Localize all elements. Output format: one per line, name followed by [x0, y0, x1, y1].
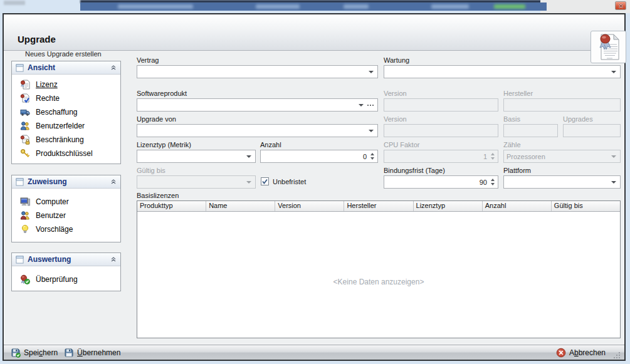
nav-label: Produktschlüssel — [36, 149, 93, 158]
column-header-lizenztyp[interactable]: Lizenztyp — [414, 201, 483, 211]
checkbox-check-icon — [261, 178, 268, 185]
lizenztyp-combobox[interactable] — [137, 150, 256, 163]
column-header-hersteller[interactable]: Hersteller — [344, 201, 413, 211]
softwareprodukt-combobox[interactable] — [137, 98, 378, 112]
collapse-chevron-icon[interactable] — [110, 65, 117, 71]
wartung-label: Wartung — [384, 56, 409, 64]
anzahl-label: Anzahl — [260, 141, 281, 148]
chevron-down-icon — [369, 130, 374, 132]
window-icon — [16, 178, 24, 186]
sidebar-item-beschraenkung[interactable]: Beschränkung — [20, 133, 120, 147]
cancel-label: Abbrechen — [569, 348, 606, 357]
sidebar-group-zuweisung: Zuweisung Computer Benutzer Vorschläge — [11, 175, 121, 242]
chevron-down-icon — [359, 104, 364, 107]
basislizenzen-table: Produkttyp Name Version Hersteller Lizen… — [137, 200, 621, 338]
anzahl-value: 0 — [261, 153, 369, 160]
chevron-down-icon — [246, 181, 251, 184]
bindungsfrist-value: 90 — [384, 179, 490, 186]
spinner-buttons[interactable] — [490, 179, 498, 185]
license-icon — [20, 80, 30, 90]
upgrades-label: Upgrades — [563, 115, 593, 123]
cancel-button[interactable]: Abbrechen — [553, 346, 609, 360]
cpu-faktor-spinner: 1 — [384, 150, 498, 163]
page-subtitle: Neues Upgrade erstellen — [25, 50, 102, 58]
spinner-down-icon[interactable] — [491, 183, 495, 185]
background-blurred-text — [4, 1, 25, 5]
sidebar-group-ansicht: Ansicht Lizenz Rechte Beschaffung Benutz… — [11, 61, 121, 164]
column-header-anzahl[interactable]: Anzahl — [483, 201, 552, 211]
apply-label: Übernehmen — [77, 348, 120, 357]
group-title: Zuweisung — [28, 177, 107, 186]
sidebar-item-computer[interactable]: Computer — [20, 195, 120, 209]
sidebar-item-benutzer[interactable]: Benutzer — [20, 209, 120, 222]
wartung-combobox[interactable] — [384, 65, 621, 78]
lightbulb-icon — [20, 224, 30, 234]
sidebar-item-benutzerfelder[interactable]: Benutzerfelder — [20, 119, 120, 133]
window-icon — [16, 256, 24, 264]
page-title: Upgrade — [18, 34, 56, 44]
basis-label: Basis — [503, 115, 520, 123]
sidebar-item-produktschluessel[interactable]: Produktschlüssel — [20, 147, 120, 160]
chevron-down-icon — [611, 181, 616, 184]
group-header-ansicht[interactable]: Ansicht — [12, 61, 120, 75]
bindungsfrist-label: Bindungsfrist (Tage) — [384, 167, 445, 174]
apply-button[interactable]: Übernehmen — [61, 346, 123, 360]
plattform-combobox[interactable] — [503, 175, 621, 189]
apply-icon — [64, 348, 74, 358]
upgrade-von-combobox[interactable] — [137, 124, 378, 137]
sidebar-item-beschaffung[interactable]: Beschaffung — [20, 105, 120, 119]
group-title: Ansicht — [28, 63, 107, 72]
column-header-produkttyp[interactable]: Produkttyp — [137, 201, 206, 211]
background-grid-row — [80, 3, 547, 11]
zaehle-combobox: Prozessoren — [503, 150, 621, 163]
sidebar-group-auswertung: Auswertung Überprüfung — [11, 252, 121, 291]
group-header-zuweisung[interactable]: Zuweisung — [12, 175, 120, 189]
save-button[interactable]: Speichern — [8, 346, 61, 360]
nav-label: Beschränkung — [36, 135, 84, 144]
collapse-chevron-icon[interactable] — [110, 179, 117, 185]
vertrag-label: Vertrag — [137, 56, 159, 64]
save-icon — [11, 348, 21, 358]
users-icon — [20, 211, 30, 221]
column-header-gueltig-bis[interactable]: Gültig bis — [552, 201, 620, 211]
unbefristet-checkbox[interactable]: Unbefristet — [261, 177, 306, 185]
sidebar-item-rechte[interactable]: Rechte — [20, 91, 120, 105]
bindungsfrist-spinner[interactable]: 90 — [384, 175, 498, 189]
collapse-chevron-icon[interactable] — [110, 256, 117, 263]
sidebar-item-lizenz[interactable]: Lizenz — [20, 78, 120, 91]
column-header-version[interactable]: Version — [275, 201, 344, 211]
group-header-auswertung[interactable]: Auswertung — [12, 253, 120, 266]
nav-label: Lizenz — [36, 80, 58, 89]
column-header-name[interactable]: Name — [206, 201, 275, 211]
nav-label: Computer — [36, 197, 69, 206]
vertrag-combobox[interactable] — [137, 65, 378, 78]
restriction-lock-icon — [20, 135, 30, 145]
checkbox-box[interactable] — [261, 177, 269, 185]
cancel-icon — [556, 348, 566, 358]
anzahl-spinner[interactable]: 0 — [260, 150, 378, 163]
gueltig-bis-combobox — [137, 175, 256, 189]
ellipsis-browse-icon[interactable] — [367, 105, 377, 106]
softwareprodukt-label: Softwareprodukt — [137, 90, 187, 97]
spinner-buttons — [490, 153, 498, 160]
resize-grip[interactable] — [614, 351, 621, 358]
spinner-buttons[interactable] — [369, 153, 377, 160]
users-icon — [20, 121, 30, 131]
lizenztyp-label: Lizenztyp (Metrik) — [137, 141, 191, 148]
spinner-up-icon[interactable] — [491, 179, 495, 181]
screen: Upgrade Neues Upgrade erstellen Ansicht — [0, 0, 630, 364]
nav-label: Vorschläge — [36, 225, 73, 234]
dialog-header: Upgrade Neues Upgrade erstellen — [4, 14, 624, 51]
spinner-down-icon[interactable] — [370, 157, 374, 160]
upgrade-von-label: Upgrade von — [137, 115, 176, 123]
version-produkt-label: Version — [384, 90, 407, 97]
cpu-faktor-value: 1 — [384, 153, 490, 160]
spinner-up-icon[interactable] — [370, 153, 374, 155]
zaehle-value: Prozessoren — [504, 153, 610, 160]
save-label: Speichern — [24, 348, 58, 357]
sidebar-item-vorschlaege[interactable]: Vorschläge — [20, 222, 120, 236]
chevron-down-icon — [246, 155, 251, 158]
truck-icon — [20, 107, 30, 117]
sidebar-item-ueberpruefung[interactable]: Überprüfung — [20, 273, 120, 286]
background-close-button[interactable] — [615, 1, 626, 10]
